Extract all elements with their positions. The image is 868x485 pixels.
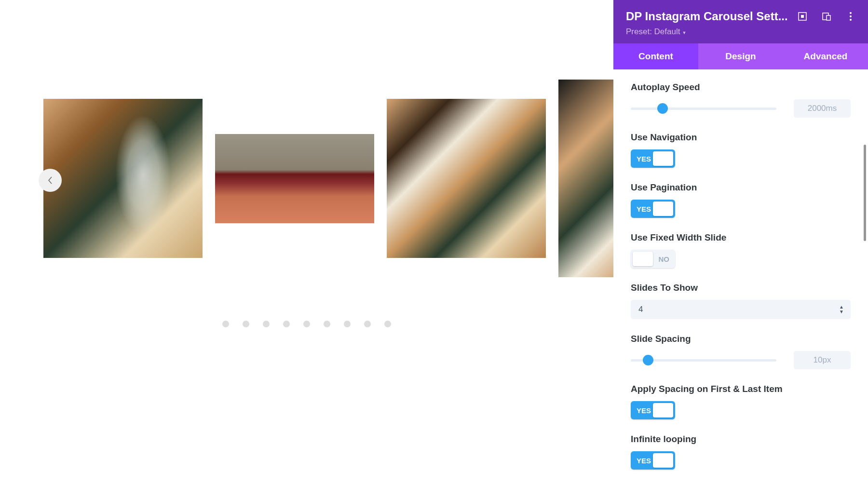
label-use-navigation: Use Navigation [631,132,851,143]
svg-point-4 [850,12,852,14]
settings-panel: DP Instagram Carousel Sett... Preset: De… [613,0,868,485]
carousel-prev-button[interactable] [39,169,62,192]
pagination-dot[interactable] [303,321,310,327]
pagination-dot[interactable] [324,321,330,327]
input-slide-spacing[interactable] [794,351,851,369]
label-slides-show: Slides To Show [631,283,851,293]
carousel-slide[interactable] [387,99,546,258]
label-apply-spacing: Apply Spacing on First & Last Item [631,384,851,394]
carousel-slide[interactable] [215,134,374,223]
label-slide-spacing: Slide Spacing [631,334,851,344]
carousel-slide[interactable] [43,99,203,258]
carousel [43,80,613,277]
toggle-apply-spacing[interactable]: YES [631,401,675,419]
panel-header: DP Instagram Carousel Sett... Preset: De… [613,0,868,43]
preset-dropdown[interactable]: Preset: Default [626,27,788,37]
panel-title: DP Instagram Carousel Sett... [626,10,788,23]
input-autoplay-speed[interactable] [794,99,851,118]
settings-scroll-area[interactable]: Autoplay Speed Use Navigation YES Use Pa… [613,69,868,485]
tab-content[interactable]: Content [613,43,698,69]
slider-autoplay-speed[interactable] [631,108,776,110]
canvas-preview [0,0,613,485]
pagination-dot[interactable] [364,321,371,327]
carousel-pagination [222,321,391,327]
label-infinite-looping: Infinite looping [631,434,851,445]
more-options-icon[interactable] [846,12,855,21]
pagination-dot[interactable] [283,321,290,327]
slide-image [387,99,546,258]
label-autoplay-speed: Autoplay Speed [631,82,851,93]
chevron-left-icon [48,176,53,185]
toggle-use-pagination[interactable]: YES [631,200,675,218]
slide-image [215,134,374,223]
pagination-dot[interactable] [344,321,351,327]
toggle-use-navigation[interactable]: YES [631,149,675,168]
toggle-fixed-width[interactable]: NO [631,250,675,268]
tab-design[interactable]: Design [698,43,783,69]
svg-point-5 [850,15,852,17]
settings-tabs: Content Design Advanced [613,43,868,69]
slide-image [558,80,613,277]
svg-point-6 [850,19,852,21]
svg-rect-3 [827,15,830,20]
fullscreen-icon[interactable] [798,12,807,21]
label-use-pagination: Use Pagination [631,182,851,193]
slide-image [43,99,203,258]
scrollbar-thumb[interactable] [864,145,866,241]
label-fixed-width: Use Fixed Width Slide [631,232,851,243]
select-arrows-icon: ▲▼ [839,305,844,314]
pagination-dot[interactable] [222,321,229,327]
svg-rect-1 [801,15,804,18]
slider-slide-spacing[interactable] [631,359,776,362]
toggle-infinite-looping[interactable]: YES [631,451,675,470]
select-slides-show[interactable]: 4 ▲▼ [631,300,851,319]
carousel-slide[interactable] [558,80,613,277]
pagination-dot[interactable] [384,321,391,327]
pagination-dot[interactable] [243,321,249,327]
tab-advanced[interactable]: Advanced [783,43,868,69]
pagination-dot[interactable] [263,321,270,327]
responsive-icon[interactable] [822,12,831,21]
